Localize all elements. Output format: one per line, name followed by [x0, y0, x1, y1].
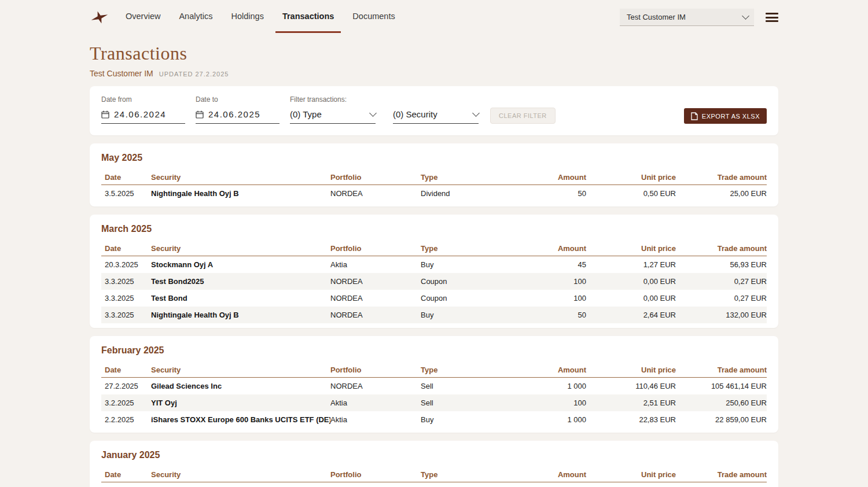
date-from-input[interactable]: 24.06.2024	[101, 109, 185, 124]
column-header-type: Type	[421, 470, 496, 479]
column-header-security: Security	[151, 244, 330, 253]
cell-type: Sell	[421, 399, 496, 407]
customer-select[interactable]: Test Customer IM	[620, 9, 754, 26]
nav-item-documents[interactable]: Documents	[345, 0, 402, 33]
cell-trade_amount: 22 859,00 EUR	[676, 415, 767, 424]
table-row: 9.1.2025YIT OyjAktiaBuy1002,36 EUR236,00…	[101, 482, 767, 487]
cell-date: 3.3.2025	[101, 294, 151, 302]
cell-portfolio: NORDEA	[330, 277, 421, 286]
menu-icon[interactable]	[766, 13, 778, 22]
table-row: 27.2.2025Gilead Sciences IncNORDEASell1 …	[101, 378, 767, 394]
date-from-value: 24.06.2024	[114, 109, 166, 119]
filter-transactions-label: Filter transactions:	[290, 95, 382, 104]
cell-date: 3.3.2025	[101, 277, 151, 286]
column-header-portfolio: Portfolio	[330, 173, 421, 182]
column-header-unit_price: Unit price	[586, 470, 676, 479]
month-group: May 2025 DateSecurityPortfolioTypeAmount…	[90, 143, 778, 206]
cell-trade_amount: 25,00 EUR	[676, 189, 767, 198]
page-title: Transactions	[90, 43, 778, 64]
page-subtitle: Test Customer IM UPDATED 27.2.2025	[90, 69, 778, 78]
column-header-amount: Amount	[496, 470, 586, 479]
cell-type: Buy	[421, 415, 496, 424]
cell-security: Test Bond2025	[151, 277, 330, 286]
table-header-row: DateSecurityPortfolioTypeAmountUnit pric…	[101, 363, 767, 378]
table-row: 3.5.2025Nightingale Health Oyj BNORDEADi…	[101, 185, 767, 202]
export-xlsx-button[interactable]: EXPORT AS XLSX	[684, 108, 767, 124]
cell-security: Stockmann Oyj A	[151, 260, 330, 269]
cell-unit_price: 2,51 EUR	[586, 399, 676, 407]
column-header-date: Date	[101, 366, 151, 374]
cell-type: Coupon	[421, 277, 496, 286]
cell-amount: 50	[496, 189, 586, 198]
filter-bar: Date from 24.06.2024 Date to	[90, 86, 778, 135]
customer-select-value: Test Customer IM	[627, 13, 686, 21]
table-header-row: DateSecurityPortfolioTypeAmountUnit pric…	[101, 241, 767, 256]
column-header-amount: Amount	[496, 173, 586, 182]
cell-unit_price: 0,00 EUR	[586, 277, 676, 286]
type-filter-field: Filter transactions: (0) Type	[290, 95, 382, 124]
date-to-input[interactable]: 24.06.2025	[196, 109, 279, 124]
column-header-security: Security	[151, 470, 330, 479]
cell-amount: 100	[496, 294, 586, 302]
column-header-portfolio: Portfolio	[330, 244, 421, 253]
cell-unit_price: 110,46 EUR	[586, 382, 676, 390]
nav-item-overview[interactable]: Overview	[119, 0, 167, 33]
cell-date: 3.5.2025	[101, 189, 151, 198]
cell-date: 27.2.2025	[101, 382, 151, 390]
clear-filter-button[interactable]: CLEAR FILTER	[490, 108, 556, 124]
brand-logo[interactable]	[90, 8, 109, 27]
cell-type: Buy	[421, 260, 496, 269]
cell-security: Gilead Sciences Inc	[151, 382, 330, 390]
month-title: January 2025	[101, 450, 767, 460]
month-group: January 2025 DateSecurityPortfolioTypeAm…	[90, 441, 778, 487]
cell-unit_price: 0,50 EUR	[586, 189, 676, 198]
month-title: February 2025	[101, 345, 767, 356]
column-header-unit_price: Unit price	[586, 173, 676, 182]
column-header-security: Security	[151, 173, 330, 182]
cell-amount: 1 000	[496, 415, 586, 424]
table-row: 3.3.2025Nightingale Health Oyj BNORDEABu…	[101, 307, 767, 323]
nav-item-transactions[interactable]: Transactions	[275, 0, 341, 33]
date-to-value: 24.06.2025	[208, 109, 260, 119]
cell-portfolio: NORDEA	[330, 311, 421, 319]
column-header-amount: Amount	[496, 244, 586, 253]
security-filter-select[interactable]: (0) Security	[393, 109, 479, 124]
column-header-unit_price: Unit price	[586, 366, 676, 374]
table-row: 3.2.2025YIT OyjAktiaSell1002,51 EUR250,6…	[101, 394, 767, 411]
table-row: 3.3.2025Test BondNORDEACoupon1000,00 EUR…	[101, 290, 767, 307]
cell-security: iShares STOXX Europe 600 Banks UCITS ETF…	[151, 415, 330, 424]
column-header-trade_amount: Trade amount	[676, 173, 767, 182]
compass-star-icon	[90, 8, 109, 27]
column-header-security: Security	[151, 366, 330, 374]
month-title: May 2025	[101, 153, 767, 163]
cell-type: Coupon	[421, 294, 496, 302]
date-from-label: Date from	[101, 95, 185, 104]
table-body: 20.3.2025Stockmann Oyj AAktiaBuy451,27 E…	[101, 256, 767, 323]
type-filter-select[interactable]: (0) Type	[290, 109, 376, 124]
table-header-row: DateSecurityPortfolioTypeAmountUnit pric…	[101, 467, 767, 482]
chevron-down-icon	[472, 109, 480, 117]
subtitle-updated: UPDATED 27.2.2025	[159, 71, 229, 78]
cell-security: Nightingale Health Oyj B	[151, 311, 330, 319]
cell-date: 2.2.2025	[101, 415, 151, 424]
month-group: March 2025 DateSecurityPortfolioTypeAmou…	[90, 215, 778, 328]
column-header-type: Type	[421, 173, 496, 182]
export-xlsx-label: EXPORT AS XLSX	[702, 113, 760, 120]
date-to-label: Date to	[196, 95, 279, 104]
cell-unit_price: 0,00 EUR	[586, 294, 676, 302]
cell-date: 3.3.2025	[101, 311, 151, 319]
nav-item-holdings[interactable]: Holdings	[224, 0, 270, 33]
cell-unit_price: 2,64 EUR	[586, 311, 676, 319]
table-row: 2.2.2025iShares STOXX Europe 600 Banks U…	[101, 411, 767, 428]
date-to-field: Date to 24.06.2025	[196, 95, 279, 124]
column-header-type: Type	[421, 366, 496, 374]
nav-item-analytics[interactable]: Analytics	[172, 0, 219, 33]
cell-security: YIT Oyj	[151, 399, 330, 407]
cell-type: Sell	[421, 382, 496, 390]
cell-type: Buy	[421, 311, 496, 319]
nav-links: Overview Analytics Holdings Transactions…	[119, 0, 402, 35]
table-body: 9.1.2025YIT OyjAktiaBuy1002,36 EUR236,00…	[101, 482, 767, 487]
cell-security: Test Bond	[151, 294, 330, 302]
cell-portfolio: NORDEA	[330, 189, 421, 198]
cell-type: Dividend	[421, 189, 496, 198]
